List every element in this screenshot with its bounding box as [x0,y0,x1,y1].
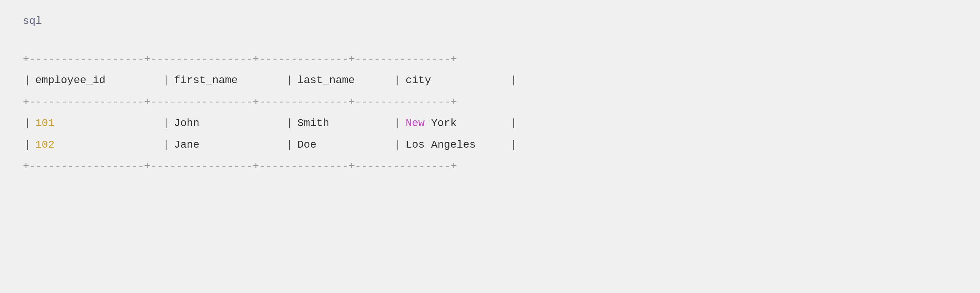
cell-employee-id-2: 102 [32,136,162,154]
header-first-name: first_name [171,71,285,90]
pipe: | [162,136,171,154]
pipe: | [162,114,171,133]
pipe: | [23,136,32,154]
table-container: +------------------+----------------+---… [23,50,957,176]
pipe: | [23,114,32,133]
pipe: | [285,114,294,133]
pipe: | [509,114,518,133]
city-highlight-1: New [406,117,425,129]
cell-city-2: Los Angeles [402,136,509,154]
header-last-name: last_name [294,71,393,90]
cell-last-name-2: Doe [294,136,393,154]
cell-employee-id-1: 101 [32,114,162,133]
pipe: | [285,71,294,90]
cell-first-name-1: John [171,114,285,133]
header-row: | employee_id | first_name | last_name |… [23,71,957,90]
separator-bottom: +------------------+----------------+---… [23,157,957,176]
pipe: | [162,71,171,90]
pipe: | [393,114,402,133]
cell-city-1: New York [402,114,509,133]
separator-mid: +------------------+----------------+---… [23,93,957,112]
table-row: | 102 | Jane | Doe | Los Angeles | [23,136,957,154]
cell-first-name-2: Jane [171,136,285,154]
separator-top: +------------------+----------------+---… [23,50,957,69]
sql-label: sql [23,15,957,27]
table-row: | 101 | John | Smith | New York | [23,114,957,133]
header-city: city [402,71,509,90]
pipe: | [509,136,518,154]
cell-last-name-1: Smith [294,114,393,133]
header-employee-id: employee_id [32,71,162,90]
city-rest-1: York [425,117,457,129]
pipe: | [509,71,518,90]
pipe: | [393,71,402,90]
pipe: | [285,136,294,154]
pipe: | [393,136,402,154]
pipe: | [23,71,32,90]
